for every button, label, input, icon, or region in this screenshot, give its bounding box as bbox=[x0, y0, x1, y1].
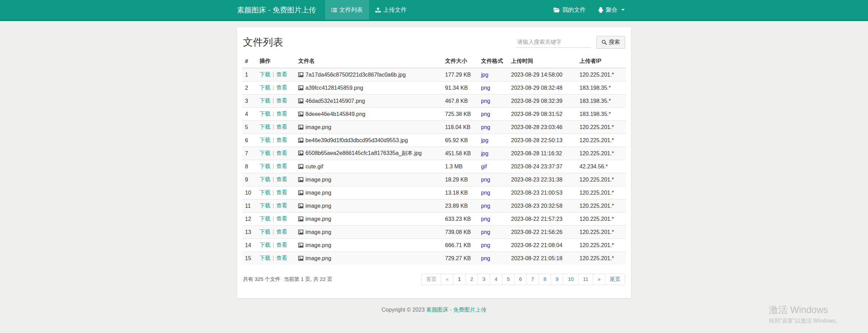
view-link[interactable]: 查看 bbox=[276, 163, 287, 169]
pagination-button[interactable]: 8 bbox=[539, 274, 551, 285]
download-link[interactable]: 下载 bbox=[260, 216, 271, 222]
row-index: 9 bbox=[242, 173, 257, 186]
action-separator: | bbox=[273, 203, 274, 208]
file-format-link[interactable]: gif bbox=[481, 164, 487, 169]
download-link[interactable]: 下载 bbox=[260, 137, 271, 143]
card-footer: 共有 325 个文件当前第 1 页, 共 22 页 首页«12345678910… bbox=[242, 274, 626, 285]
file-name-cell: a39fcc4128145859.png bbox=[295, 81, 442, 95]
column-header: 文件格式 bbox=[478, 56, 508, 68]
view-link[interactable]: 查看 bbox=[276, 111, 287, 117]
download-link[interactable]: 下载 bbox=[260, 124, 271, 130]
view-link[interactable]: 查看 bbox=[276, 150, 287, 156]
download-link[interactable]: 下载 bbox=[260, 163, 271, 169]
nav-item-upload-file[interactable]: 上传文件 bbox=[369, 0, 413, 20]
file-table: #操作文件名文件大小文件格式上传时间上传者IP 1 下载|查看 7a17da45… bbox=[242, 56, 626, 265]
file-size: 633.23 KB bbox=[442, 213, 478, 226]
nav-item-file-list[interactable]: 文件列表 bbox=[325, 0, 369, 20]
row-index: 7 bbox=[242, 147, 257, 160]
view-link[interactable]: 查看 bbox=[276, 124, 287, 130]
pagination-button[interactable]: 6 bbox=[514, 274, 527, 285]
file-name-cell: image.png bbox=[295, 252, 442, 265]
view-link[interactable]: 查看 bbox=[276, 203, 287, 208]
download-link[interactable]: 下载 bbox=[260, 111, 271, 117]
upload-time: 2023-08-22 21:05:18 bbox=[508, 252, 577, 265]
download-link[interactable]: 下载 bbox=[260, 98, 271, 104]
pagination-button[interactable]: » bbox=[593, 274, 605, 285]
search-button[interactable]: 搜索 bbox=[596, 36, 625, 49]
pagination-button[interactable]: 9 bbox=[551, 274, 563, 285]
file-format-link[interactable]: png bbox=[481, 111, 490, 117]
download-link[interactable]: 下载 bbox=[260, 229, 271, 235]
download-link[interactable]: 下载 bbox=[260, 71, 271, 77]
row-index: 5 bbox=[242, 121, 257, 134]
file-name: image.png bbox=[305, 203, 331, 209]
view-link[interactable]: 查看 bbox=[276, 137, 287, 143]
footer-site-link[interactable]: 素颜图床 - 免费图片上传 bbox=[426, 307, 486, 313]
pagination-button[interactable]: 2 bbox=[465, 274, 478, 285]
action-separator: | bbox=[273, 124, 274, 130]
view-link[interactable]: 查看 bbox=[276, 176, 287, 182]
file-name: be46e39d9d1f0dd3dbcd95d340d9553.jpg bbox=[305, 137, 408, 143]
row-index: 14 bbox=[242, 239, 257, 252]
file-size: 118.04 KB bbox=[442, 121, 478, 134]
download-link[interactable]: 下载 bbox=[260, 176, 271, 182]
pagination-button[interactable]: 3 bbox=[478, 274, 490, 285]
view-link[interactable]: 查看 bbox=[276, 242, 287, 248]
row-actions: 下载|查看 bbox=[257, 121, 295, 134]
list-icon bbox=[331, 8, 337, 12]
file-format-link[interactable]: png bbox=[481, 190, 490, 196]
view-link[interactable]: 查看 bbox=[276, 255, 287, 261]
file-format-link[interactable]: png bbox=[481, 124, 490, 130]
pagination-button[interactable]: 11 bbox=[578, 274, 593, 285]
row-actions: 下载|查看 bbox=[257, 68, 295, 81]
row-index: 15 bbox=[242, 252, 257, 265]
file-format-link[interactable]: png bbox=[481, 98, 490, 104]
file-format-link[interactable]: png bbox=[481, 242, 490, 248]
row-index: 1 bbox=[242, 68, 257, 81]
nav-item-juhe-dropdown[interactable]: 聚合 bbox=[592, 0, 631, 20]
file-format-link[interactable]: png bbox=[481, 216, 490, 222]
view-link[interactable]: 查看 bbox=[276, 71, 287, 77]
uploader-ip: 120.225.201.* bbox=[577, 252, 626, 265]
pagination-button[interactable]: 7 bbox=[526, 274, 539, 285]
download-link[interactable]: 下载 bbox=[260, 242, 271, 248]
file-format-link[interactable]: png bbox=[481, 229, 490, 235]
row-index: 10 bbox=[242, 186, 257, 199]
row-actions: 下载|查看 bbox=[257, 226, 295, 239]
file-name: 7a17da456c8750f221d3c867fac0a6b.jpg bbox=[305, 72, 406, 78]
table-row: 4 下载|查看 8deee46e4b145849.png 725.38 KB p… bbox=[242, 108, 626, 121]
pagination-button[interactable]: 4 bbox=[490, 274, 502, 285]
view-link[interactable]: 查看 bbox=[276, 229, 287, 235]
file-format-link[interactable]: jpg bbox=[481, 150, 488, 156]
file-name: 8deee46e4b145849.png bbox=[305, 111, 366, 117]
upload-time: 2023-08-29 08:32:48 bbox=[508, 81, 577, 95]
file-list-card: 文件列表 搜索 #操作文件名文件大小文件格式上传时间上传者IP 1 下载|查看 … bbox=[237, 27, 631, 298]
file-format-link[interactable]: png bbox=[481, 85, 490, 91]
file-format-link[interactable]: png bbox=[481, 203, 490, 209]
view-link[interactable]: 查看 bbox=[276, 85, 287, 90]
brand-link[interactable]: 素颜图床 - 免费图片上传 bbox=[237, 0, 325, 20]
file-size: 666.71 KB bbox=[442, 239, 478, 252]
file-format-link[interactable]: png bbox=[481, 255, 490, 261]
nav-item-my-files[interactable]: 我的文件 bbox=[547, 0, 592, 20]
upload-time: 2023-08-29 14:58:00 bbox=[508, 68, 577, 81]
download-link[interactable]: 下载 bbox=[260, 203, 271, 208]
row-index: 6 bbox=[242, 134, 257, 147]
pagination-button[interactable]: 尾页 bbox=[605, 274, 625, 285]
view-link[interactable]: 查看 bbox=[276, 98, 287, 104]
file-format-link[interactable]: png bbox=[481, 177, 490, 183]
file-format-link[interactable]: jpg bbox=[481, 72, 488, 78]
download-link[interactable]: 下载 bbox=[260, 150, 271, 156]
view-link[interactable]: 查看 bbox=[276, 189, 287, 195]
search-input[interactable] bbox=[517, 37, 591, 48]
column-header: 操作 bbox=[257, 56, 295, 68]
download-link[interactable]: 下载 bbox=[260, 255, 271, 261]
download-link[interactable]: 下载 bbox=[260, 85, 271, 90]
download-link[interactable]: 下载 bbox=[260, 189, 271, 195]
pagination-button[interactable]: 10 bbox=[563, 274, 578, 285]
view-link[interactable]: 查看 bbox=[276, 216, 287, 222]
file-size: 18.29 KB bbox=[442, 173, 478, 186]
file-format-link[interactable]: jpg bbox=[481, 137, 488, 143]
pagination-button[interactable]: 5 bbox=[502, 274, 515, 285]
file-size: 725.38 KB bbox=[442, 108, 478, 121]
